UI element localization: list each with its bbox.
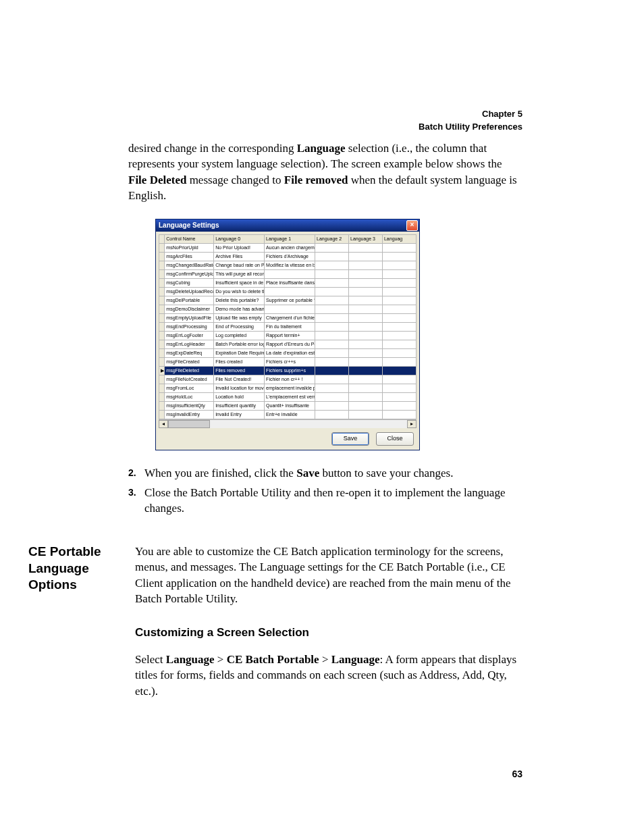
grid-cell[interactable] xyxy=(349,287,383,296)
grid-cell[interactable] xyxy=(349,296,383,305)
grid-cell[interactable] xyxy=(382,375,416,384)
grid-cell[interactable] xyxy=(349,392,383,401)
grid-cell[interactable] xyxy=(315,348,349,357)
grid-cell[interactable]: Location hold xyxy=(214,392,265,401)
grid-cell[interactable]: Quantit+ insuffisante xyxy=(265,401,315,410)
table-row[interactable]: msgArcFilesArchive FilesFichiers d'Archi… xyxy=(159,252,417,261)
grid-header[interactable]: Language 2 xyxy=(315,234,349,243)
grid-cell[interactable] xyxy=(382,287,416,296)
grid-cell[interactable] xyxy=(315,357,349,366)
grid-cell[interactable]: Log completed xyxy=(214,331,265,340)
grid-cell[interactable]: Fichiers supprim+s xyxy=(265,366,315,375)
grid-cell[interactable] xyxy=(382,322,416,331)
grid-cell[interactable]: msgDemoDisclaimer xyxy=(165,305,214,313)
grid-cell[interactable] xyxy=(265,305,315,313)
grid-cell[interactable] xyxy=(349,331,383,340)
grid-cell[interactable]: Insufficient space in de xyxy=(214,278,265,287)
grid-cell[interactable] xyxy=(315,392,349,401)
grid-cell[interactable] xyxy=(315,296,349,305)
table-row[interactable]: msgDemoDisclaimerDemo mode has advant xyxy=(159,305,417,313)
grid-cell[interactable] xyxy=(315,305,349,313)
grid-cell[interactable]: L'emplacement est verr xyxy=(265,392,315,401)
grid-cell[interactable]: Batch Portable error log xyxy=(214,340,265,348)
grid-cell[interactable] xyxy=(315,340,349,348)
grid-cell[interactable] xyxy=(315,375,349,384)
grid-cell[interactable]: Modifiez la vitesse en b xyxy=(265,261,315,269)
grid-cell[interactable]: La date d'expiration est xyxy=(265,348,315,357)
grid-header[interactable]: Languag xyxy=(382,234,416,243)
grid-cell[interactable]: Do you wish to delete th xyxy=(214,287,265,296)
grid-cell[interactable] xyxy=(382,410,416,419)
grid-cell[interactable]: msgErrLogHeader xyxy=(165,340,214,348)
grid-cell[interactable] xyxy=(315,269,349,278)
window-close-button[interactable]: × xyxy=(406,220,418,231)
grid-cell[interactable] xyxy=(382,305,416,313)
grid-cell[interactable] xyxy=(315,278,349,287)
grid-cell[interactable] xyxy=(382,243,416,252)
grid-cell[interactable]: msgDelPortable xyxy=(165,296,214,305)
grid-cell[interactable]: Fin du traitement xyxy=(265,322,315,331)
table-row[interactable]: msgConfirmPurgeUploaThis will purge all … xyxy=(159,269,417,278)
grid-cell[interactable]: Rapport d'Erreurs du Po xyxy=(265,340,315,348)
grid-cell[interactable]: msgFileDeleted xyxy=(165,366,214,375)
grid-cell[interactable] xyxy=(349,278,383,287)
grid-cell[interactable]: msgDeleteUploadReco xyxy=(165,287,214,296)
grid-cell[interactable]: msgEmptyUploadFile xyxy=(165,313,214,322)
grid-cell[interactable] xyxy=(315,401,349,410)
grid-cell[interactable]: msgArcFiles xyxy=(165,252,214,261)
table-row[interactable]: msgDeleteUploadRecoDo you wish to delete… xyxy=(159,287,417,296)
grid-cell[interactable]: msgFileCreated xyxy=(165,357,214,366)
grid-cell[interactable] xyxy=(349,384,383,392)
table-row[interactable]: msgFileNotCreatedFile Not Created!Fichie… xyxy=(159,375,417,384)
grid-cell[interactable] xyxy=(382,313,416,322)
grid-cell[interactable]: Insufficient quantity xyxy=(214,401,265,410)
grid-cell[interactable] xyxy=(315,410,349,419)
grid-cell[interactable]: msgFromLoc xyxy=(165,384,214,392)
grid-cell[interactable]: Expiration Date Require xyxy=(214,348,265,357)
grid-header[interactable]: Control Name xyxy=(165,234,214,243)
language-grid[interactable]: Control NameLanguage 0Language 1Language… xyxy=(159,234,417,419)
grid-cell[interactable]: msgFileNotCreated xyxy=(165,375,214,384)
table-row[interactable]: msgInvalidEntryInvalid EntryEntr+e inval… xyxy=(159,410,417,419)
grid-cell[interactable] xyxy=(349,313,383,322)
table-row[interactable]: msgCubingInsufficient space in dePlace i… xyxy=(159,278,417,287)
grid-cell[interactable] xyxy=(349,375,383,384)
grid-cell[interactable]: Archive Files xyxy=(214,252,265,261)
grid-cell[interactable] xyxy=(382,331,416,340)
grid-cell[interactable]: Invalid Entry xyxy=(214,410,265,419)
grid-cell[interactable] xyxy=(315,366,349,375)
grid-cell[interactable] xyxy=(382,340,416,348)
grid-cell[interactable] xyxy=(382,366,416,375)
grid-cell[interactable]: Fichiers d'Archivage xyxy=(265,252,315,261)
grid-cell[interactable]: Aucun ancien chargem xyxy=(265,243,315,252)
grid-cell[interactable]: msgErrLogFooter xyxy=(165,331,214,340)
grid-cell[interactable] xyxy=(349,348,383,357)
grid-cell[interactable]: Change baud rate on P xyxy=(214,261,265,269)
grid-cell[interactable] xyxy=(349,401,383,410)
grid-cell[interactable] xyxy=(382,261,416,269)
table-row[interactable]: msgEmptyUploadFileUpload file was emptyC… xyxy=(159,313,417,322)
grid-cell[interactable]: msgExpDateReq xyxy=(165,348,214,357)
grid-cell[interactable] xyxy=(315,384,349,392)
grid-cell[interactable] xyxy=(349,410,383,419)
grid-cell[interactable] xyxy=(315,287,349,296)
grid-cell[interactable] xyxy=(315,313,349,322)
grid-cell[interactable]: msgCubing xyxy=(165,278,214,287)
grid-cell[interactable] xyxy=(315,252,349,261)
scroll-thumb[interactable] xyxy=(168,420,210,428)
grid-cell[interactable]: Upload file was empty xyxy=(214,313,265,322)
grid-cell[interactable]: msNoPriorUpld xyxy=(165,243,214,252)
grid-cell[interactable] xyxy=(349,366,383,375)
table-row[interactable]: msgExpDateReqExpiration Date RequireLa d… xyxy=(159,348,417,357)
grid-cell[interactable] xyxy=(349,357,383,366)
close-button[interactable]: Close xyxy=(376,432,414,446)
grid-cell[interactable]: End of Processing xyxy=(214,322,265,331)
save-button[interactable]: Save xyxy=(331,432,369,446)
grid-cell[interactable] xyxy=(315,322,349,331)
grid-cell[interactable]: msgInvalidEntry xyxy=(165,410,214,419)
grid-cell[interactable]: Demo mode has advant xyxy=(214,305,265,313)
horizontal-scrollbar[interactable]: ◂ ▸ xyxy=(159,419,417,428)
grid-cell[interactable] xyxy=(349,305,383,313)
grid-cell[interactable] xyxy=(382,252,416,261)
grid-cell[interactable]: msgEndProcessing xyxy=(165,322,214,331)
